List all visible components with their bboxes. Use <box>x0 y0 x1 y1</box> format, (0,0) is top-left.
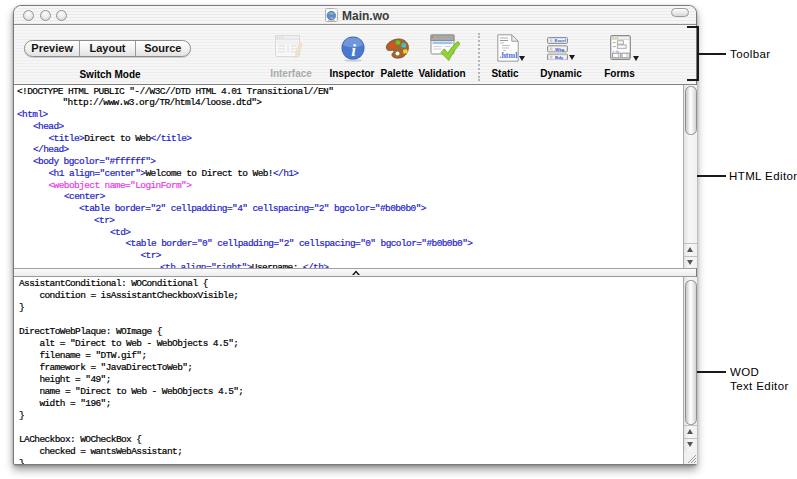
svg-text:.html: .html <box>499 51 518 60</box>
svg-text:Bdy: Bdy <box>555 55 564 60</box>
svg-text:Wkg: Wkg <box>555 47 565 52</box>
svg-text:Excel: Excel <box>555 38 566 43</box>
svg-text:i: i <box>351 41 356 60</box>
